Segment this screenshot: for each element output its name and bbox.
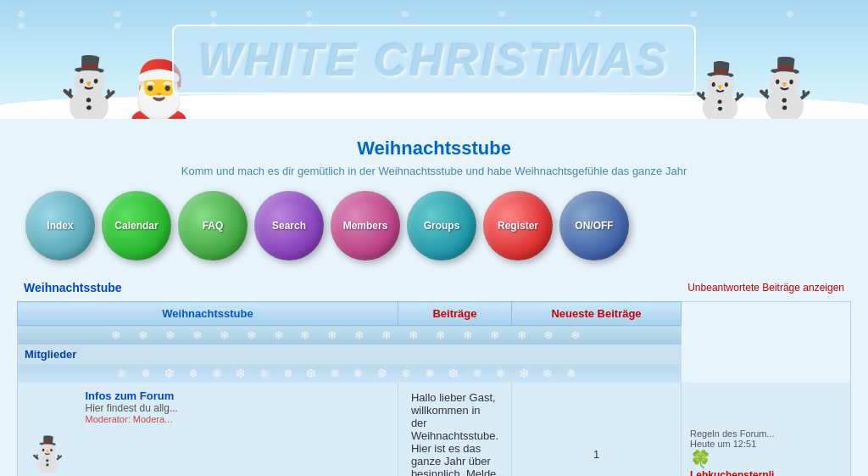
moderator-label: Moderator: xyxy=(86,414,131,424)
forum-icon-cell: ⛄ xyxy=(18,383,77,477)
main-content: Weihnachtsstube Komm und mach es dir gem… xyxy=(0,119,868,476)
page-subtitle: Komm und mach es dir gemütlich in der We… xyxy=(17,165,851,177)
nav-btn-onoff[interactable]: ON/OFF xyxy=(559,191,629,260)
moderator-name[interactable]: Modera... xyxy=(133,414,172,424)
section-members-label: Mitglieder xyxy=(18,344,682,364)
forum-name[interactable]: Infos zum Forum xyxy=(86,389,389,402)
forum-desc: Hier findest du allg... xyxy=(86,402,389,414)
forum-snowman-icon: ⛄ xyxy=(26,435,69,473)
header-banner: ❄ ❄ ❄ ❄ ❄ ❄ ❄ ❄ ❄ ❄ ❄ ❄ ❄ ⛄ 🎅 WHITE CHRI… xyxy=(0,0,868,119)
nav-btn-register[interactable]: Register xyxy=(483,191,553,260)
th-newest: Neueste Beiträge xyxy=(512,302,682,326)
nav-btn-members[interactable]: Members xyxy=(331,191,400,260)
snow-divider-row-2: ❄ ❅ ❆ ❄ ❅ ❆ ❄ ❅ ❆ ❄ ❅ ❆ ❄ ❅ ❆ ❄ ❅ ❆ ❄ ❅ xyxy=(18,364,851,383)
page-wrapper: ❄ ❄ ❄ ❄ ❄ ❄ ❄ ❄ ❄ ❄ ❄ ❄ ❄ ⛄ 🎅 WHITE CHRI… xyxy=(0,0,868,476)
forum-table: Weihnachtsstube Beiträge Neueste Beiträg… xyxy=(17,301,851,476)
banner-title: WHITE CHRISTMAS xyxy=(199,34,670,85)
newest-user[interactable]: Lebkuchensternli xyxy=(690,469,842,477)
section-header-row: Mitglieder xyxy=(18,344,851,364)
forum-header-bar: Weihnachtsstube Unbeantwortete Beiträge … xyxy=(17,277,851,298)
unanswered-link[interactable]: Unbeantwortete Beiträge anzeigen xyxy=(687,282,844,294)
page-title: Weihnachtsstube xyxy=(17,137,851,160)
forum-section-title: Weihnachtsstube xyxy=(24,281,122,294)
nav-btn-index[interactable]: Index xyxy=(25,191,95,260)
nav-btn-calendar[interactable]: Calendar xyxy=(102,191,171,260)
nav-btn-faq[interactable]: FAQ xyxy=(178,191,248,260)
snow-divider-row: ❄ ❄ ❄ ❄ ❄ ❄ ❄ ❄ ❄ ❄ ❄ ❄ ❄ ❄ ❄ ❄ ❄ ❄ xyxy=(18,326,851,344)
forum-count-cell: 1 xyxy=(512,383,682,477)
th-beitraege: Beiträge xyxy=(398,302,511,326)
nav-btn-groups[interactable]: Groups xyxy=(407,191,476,260)
th-forum: Weihnachtsstube xyxy=(18,302,398,326)
forum-moderator: Moderator: Modera... xyxy=(86,414,389,424)
forum-newest-cell: Regeln des Forum... Heute um 12:51 🍀 Leb… xyxy=(682,383,851,477)
welcome-text-cell: Hallo lieber Gast, willkommen in der Wei… xyxy=(398,383,511,477)
newest-time: Heute um 12:51 xyxy=(690,439,842,449)
nav-btn-search[interactable]: Search xyxy=(254,191,324,260)
newest-topic[interactable]: Regeln des Forum... xyxy=(690,428,842,439)
forum-info-cell: Infos zum Forum Hier findest du allg... … xyxy=(77,383,398,477)
banner-title-area: WHITE CHRISTMAS xyxy=(172,25,697,94)
leaf-icon: 🍀 xyxy=(690,450,711,468)
table-row: ⛄ Infos zum Forum Hier findest du allg..… xyxy=(18,383,851,477)
nav-buttons: Index Calendar FAQ Search Members Groups… xyxy=(17,191,851,260)
